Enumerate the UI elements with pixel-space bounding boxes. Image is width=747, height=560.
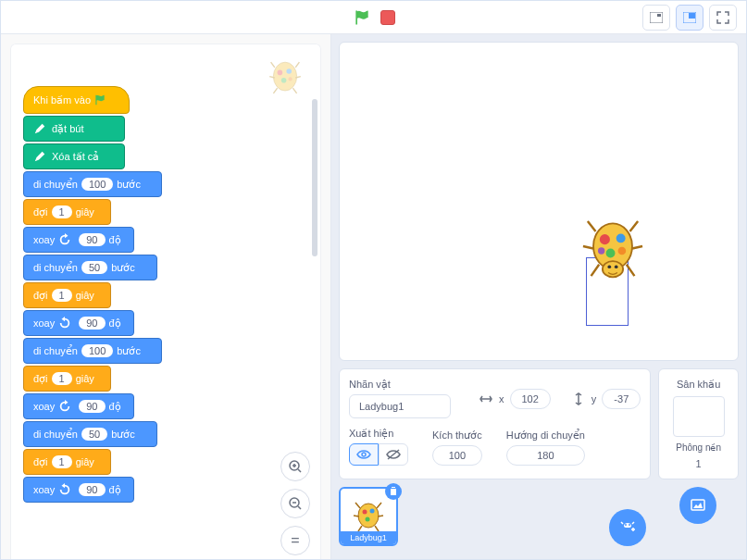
svg-point-13	[616, 234, 626, 243]
turn-ccw-block[interactable]: xoay90độ	[23, 310, 134, 336]
turn-cw-icon	[58, 233, 71, 246]
hide-sprite-button[interactable]	[379, 443, 408, 466]
turn-ccw-icon	[58, 317, 71, 330]
sprite-on-stage[interactable]	[579, 217, 647, 285]
pen-down-block[interactable]: đặt bút	[23, 116, 125, 142]
x-arrows-icon	[479, 392, 493, 406]
sprite-x-input[interactable]: 102	[510, 389, 551, 409]
green-flag-icon[interactable]	[353, 8, 371, 27]
svg-point-7	[281, 78, 287, 83]
move-block[interactable]: di chuyển50bước	[23, 421, 157, 447]
large-stage-button[interactable]	[676, 5, 703, 31]
zoom-out-button[interactable]	[280, 489, 310, 518]
move-block[interactable]: di chuyển50bước	[23, 255, 157, 280]
svg-point-22	[363, 510, 367, 515]
stage-canvas[interactable]	[339, 42, 739, 361]
svg-point-27	[629, 524, 630, 526]
y-arrows-icon	[571, 392, 586, 406]
stage-thumbnail[interactable]	[673, 396, 725, 437]
svg-point-24	[366, 517, 370, 522]
top-toolbar	[1, 1, 746, 34]
pen-icon	[33, 122, 46, 135]
svg-rect-1	[657, 14, 661, 17]
script-workspace[interactable]: Khi bấm vào đặt bút Xóa tất cả di chuyển…	[10, 44, 321, 559]
add-sprite-button[interactable]	[609, 509, 646, 546]
svg-point-14	[606, 249, 616, 258]
sprite-name-input[interactable]	[349, 394, 451, 418]
scripts-scrollbar[interactable]	[312, 99, 317, 256]
wait-block[interactable]: đợi1giây	[23, 282, 111, 308]
svg-point-16	[598, 247, 604, 254]
sprite-direction-input[interactable]: 180	[506, 445, 585, 466]
show-sprite-button[interactable]	[349, 443, 379, 466]
svg-point-20	[362, 453, 366, 456]
move-block[interactable]: di chuyển100bước	[23, 171, 162, 197]
svg-point-19	[615, 265, 618, 268]
svg-point-5	[278, 70, 283, 76]
stop-icon[interactable]	[380, 10, 395, 25]
sprite-thumb-icon	[350, 500, 387, 533]
svg-rect-28	[691, 500, 704, 510]
sprite-watermark-icon	[266, 58, 305, 97]
wait-block[interactable]: đợi1giây	[23, 199, 111, 225]
small-stage-button[interactable]	[642, 5, 670, 31]
turn-cw-block[interactable]: xoay90độ	[23, 227, 134, 253]
sprite-info-panel: Nhãn vật x 102 y -37	[339, 368, 651, 479]
svg-point-4	[273, 62, 296, 91]
fullscreen-button[interactable]	[709, 5, 737, 31]
sprite-card[interactable]: Ladybug1	[339, 487, 398, 546]
pen-icon	[33, 150, 46, 163]
svg-point-15	[618, 247, 627, 255]
delete-sprite-icon[interactable]	[385, 483, 402, 500]
stage-info-panel: Sân khấu Phông nền 1	[658, 368, 739, 479]
stage-list	[657, 487, 739, 546]
svg-rect-0	[650, 12, 663, 23]
sprite-y-input[interactable]: -37	[602, 389, 641, 409]
pen-clear-block[interactable]: Xóa tất cả	[23, 143, 125, 169]
event-hat-block[interactable]: Khi bấm vào	[23, 86, 130, 114]
sprite-size-input[interactable]: 100	[432, 445, 482, 466]
svg-point-8	[289, 77, 293, 81]
svg-point-6	[286, 68, 292, 74]
scripts-panel: Khi bấm vào đặt bút Xóa tất cả di chuyển…	[1, 34, 331, 559]
svg-point-26	[625, 524, 627, 526]
turn-ccw-block[interactable]: xoay90độ	[23, 477, 134, 503]
svg-point-12	[600, 234, 610, 244]
svg-point-18	[607, 265, 611, 268]
zoom-reset-button[interactable]: =	[280, 526, 310, 555]
zoom-in-button[interactable]	[280, 452, 310, 481]
sprite-list: Ladybug1	[339, 487, 650, 546]
svg-point-23	[370, 509, 375, 514]
svg-point-21	[358, 504, 379, 528]
move-block[interactable]: di chuyển100bước	[23, 338, 162, 364]
sprite-name-label: Nhãn vật	[349, 379, 451, 391]
svg-rect-3	[689, 13, 695, 19]
add-backdrop-button[interactable]	[679, 487, 716, 524]
turn-ccw-icon	[58, 483, 71, 496]
wait-block[interactable]: đợi1giây	[23, 366, 111, 392]
turn-cw-block[interactable]: xoay90độ	[23, 393, 134, 419]
turn-cw-icon	[58, 400, 71, 413]
wait-block[interactable]: đợi1giây	[23, 449, 111, 475]
